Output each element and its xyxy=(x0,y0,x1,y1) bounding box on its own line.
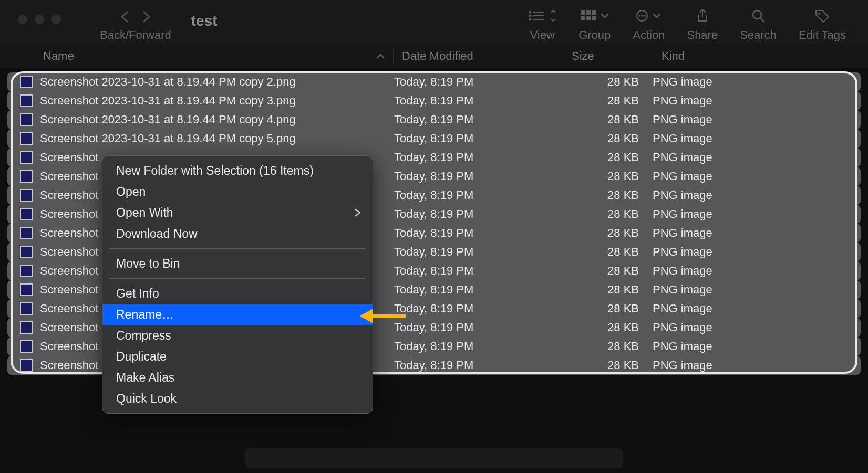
menu-item-label: Open With xyxy=(116,206,173,220)
file-date: Today, 8:19 PM xyxy=(394,170,564,183)
file-size: 28 KB xyxy=(564,94,653,108)
file-kind: PNG image xyxy=(653,340,861,353)
file-kind: PNG image xyxy=(653,264,861,278)
file-kind: PNG image xyxy=(653,283,861,297)
file-kind: PNG image xyxy=(653,94,861,108)
file-kind: PNG image xyxy=(653,75,861,89)
png-file-icon xyxy=(20,321,33,334)
file-kind: PNG image xyxy=(653,302,861,316)
file-date: Today, 8:19 PM xyxy=(394,321,564,334)
file-kind: PNG image xyxy=(653,188,861,202)
file-date: Today, 8:19 PM xyxy=(394,132,564,145)
menu-item[interactable]: New Folder with Selection (16 Items) xyxy=(102,160,373,181)
svg-point-1 xyxy=(530,15,531,17)
column-header-date[interactable]: Date Modified xyxy=(394,49,563,63)
toolbar: Back/Forward test View xyxy=(0,0,868,44)
menu-item[interactable]: Rename… xyxy=(102,304,373,325)
file-date: Today, 8:19 PM xyxy=(394,245,564,259)
png-file-icon xyxy=(20,76,33,88)
footer xyxy=(0,444,868,473)
svg-rect-11 xyxy=(592,16,596,20)
toolbar-action[interactable]: Action xyxy=(633,8,665,42)
menu-item[interactable]: Duplicate xyxy=(102,346,373,367)
column-header-name[interactable]: Name xyxy=(0,49,393,63)
svg-rect-6 xyxy=(581,10,585,15)
file-kind: PNG image xyxy=(653,132,861,145)
file-kind: PNG image xyxy=(653,226,861,240)
back-button[interactable] xyxy=(120,10,129,23)
png-file-icon xyxy=(20,283,33,296)
column-header-kind[interactable]: Kind xyxy=(653,49,868,63)
zoom-window-button[interactable] xyxy=(51,15,61,24)
chevron-right-icon xyxy=(355,208,361,217)
toolbar-share[interactable]: Share xyxy=(687,8,718,42)
file-date: Today, 8:19 PM xyxy=(394,283,564,297)
menu-item[interactable]: Move to Bin xyxy=(102,253,373,274)
toolbar-items: View Group xyxy=(528,8,846,42)
action-icon xyxy=(635,8,663,23)
png-file-icon xyxy=(20,132,33,145)
share-icon xyxy=(695,8,710,23)
file-row[interactable]: Screenshot 2023-10-31 at 8.19.44 PM copy… xyxy=(7,129,861,148)
file-size: 28 KB xyxy=(564,245,653,259)
file-kind: PNG image xyxy=(653,207,861,221)
png-file-icon xyxy=(20,340,33,353)
file-date: Today, 8:19 PM xyxy=(394,340,564,353)
group-icon xyxy=(581,8,609,23)
nav-label: Back/Forward xyxy=(100,28,171,42)
svg-point-18 xyxy=(818,13,820,15)
nav-group: Back/Forward xyxy=(100,5,171,42)
menu-separator xyxy=(110,278,365,279)
svg-rect-9 xyxy=(581,16,585,20)
menu-item[interactable]: Quick Look xyxy=(102,388,373,409)
toolbar-group[interactable]: Group xyxy=(578,8,611,42)
file-date: Today, 8:19 PM xyxy=(394,226,564,240)
menu-item[interactable]: Get Info xyxy=(102,283,373,304)
svg-line-17 xyxy=(760,18,764,22)
file-date: Today, 8:19 PM xyxy=(394,302,564,316)
file-size: 28 KB xyxy=(564,113,653,127)
column-header-size[interactable]: Size xyxy=(563,49,653,63)
png-file-icon xyxy=(20,227,33,239)
menu-item[interactable]: Make Alias xyxy=(102,367,373,388)
file-row[interactable]: Screenshot 2023-10-31 at 8.19.44 PM copy… xyxy=(7,72,861,91)
png-file-icon xyxy=(20,208,33,220)
toolbar-view[interactable]: View xyxy=(528,8,556,42)
file-kind: PNG image xyxy=(653,151,861,164)
menu-item[interactable]: Open With xyxy=(102,202,373,223)
file-date: Today, 8:19 PM xyxy=(394,94,564,108)
file-name: Screenshot 2023-10-31 at 8.19.44 PM copy… xyxy=(40,132,394,145)
file-date: Today, 8:19 PM xyxy=(394,207,564,221)
menu-item-label: Make Alias xyxy=(116,371,174,385)
menu-item[interactable]: Open xyxy=(102,181,373,202)
file-size: 28 KB xyxy=(564,207,653,221)
menu-item-label: Get Info xyxy=(116,287,159,301)
file-row[interactable]: Screenshot 2023-10-31 at 8.19.44 PM copy… xyxy=(7,91,861,110)
minimize-window-button[interactable] xyxy=(35,15,44,24)
forward-button[interactable] xyxy=(142,10,151,23)
toolbar-search[interactable]: Search xyxy=(740,8,777,42)
file-date: Today, 8:19 PM xyxy=(394,359,564,372)
menu-item-label: Quick Look xyxy=(116,392,177,406)
file-date: Today, 8:19 PM xyxy=(394,75,564,89)
png-file-icon xyxy=(20,151,33,164)
file-date: Today, 8:19 PM xyxy=(394,188,564,202)
menu-item[interactable]: Compress xyxy=(102,325,373,346)
window-title: test xyxy=(191,13,218,29)
column-headers: Name Date Modified Size Kind xyxy=(0,44,868,68)
png-file-icon xyxy=(20,302,33,315)
menu-item[interactable]: Download Now xyxy=(102,223,373,244)
close-window-button[interactable] xyxy=(18,15,27,24)
svg-rect-10 xyxy=(586,16,591,20)
png-file-icon xyxy=(20,246,33,258)
file-row[interactable]: Screenshot 2023-10-31 at 8.19.44 PM copy… xyxy=(7,110,861,129)
path-bar[interactable] xyxy=(245,448,623,468)
file-size: 28 KB xyxy=(564,283,653,297)
svg-point-0 xyxy=(530,12,531,13)
file-date: Today, 8:19 PM xyxy=(394,151,564,164)
png-file-icon xyxy=(20,359,33,372)
file-kind: PNG image xyxy=(653,113,861,127)
toolbar-edit-tags[interactable]: Edit Tags xyxy=(799,8,846,42)
file-name: Screenshot 2023-10-31 at 8.19.44 PM copy… xyxy=(40,75,394,89)
file-kind: PNG image xyxy=(653,359,861,372)
